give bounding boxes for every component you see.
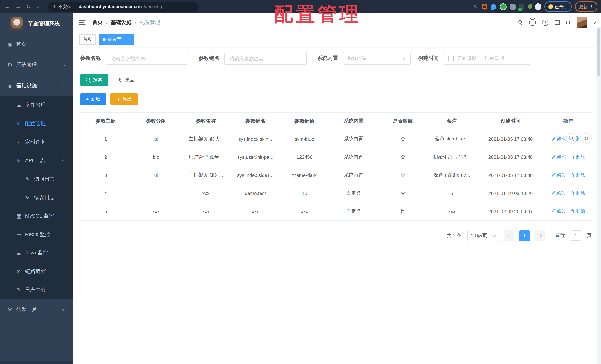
extensions-puzzle-icon[interactable] xyxy=(535,4,541,10)
sidebar-bottom-bar xyxy=(0,361,73,364)
extension-icon-green-circle[interactable] xyxy=(500,3,506,10)
sidebar-item-Java 监控[interactable]: ☕Java 监控 xyxy=(0,244,73,262)
forward-icon[interactable]: → xyxy=(14,2,22,11)
sidebar-item-MySQL 监控[interactable]: ▦MySQL 监控 xyxy=(0,207,73,225)
column-header-操作: 操作 xyxy=(545,112,591,130)
page-number-1[interactable]: 1 xyxy=(519,230,530,241)
user-avatar[interactable] xyxy=(577,17,587,29)
edit-link[interactable]: 修改 xyxy=(551,190,566,196)
reload-icon[interactable]: ↻ xyxy=(24,2,32,11)
paused-extension-pill[interactable]: 已暂停 xyxy=(544,1,572,12)
tag-配置管理[interactable]: 配置管理× xyxy=(99,34,134,44)
date-end-placeholder: 结束日期 xyxy=(485,55,504,62)
filter-date-range[interactable]: 开始日期 - 结束日期 xyxy=(443,52,531,65)
delete-link[interactable]: 删除 xyxy=(570,190,585,196)
filter-key-input-field[interactable] xyxy=(229,55,302,61)
address-bar[interactable]: ⚠ 不安全 | dashboard.yudao.iocoder.cn/infra… xyxy=(48,2,199,12)
search-button-label: 搜索 xyxy=(93,77,102,83)
github-icon[interactable] xyxy=(529,19,536,26)
search-button-row: 搜索 ↻ 重置 xyxy=(80,74,601,86)
edit-link-label: 修改 xyxy=(557,136,566,142)
sidebar-item-日志中心[interactable]: ✎日志中心 xyxy=(0,281,73,299)
date-start-placeholder: 开始日期 xyxy=(457,55,476,62)
edit-link[interactable]: 修改 xyxy=(551,208,566,215)
reset-button[interactable]: ↻ 重置 xyxy=(113,74,140,86)
help-icon[interactable]: ? xyxy=(542,19,548,26)
sidebar-item-文件管理[interactable]: ☁文件管理 xyxy=(0,96,73,114)
edit-link[interactable]: 修改 xyxy=(551,172,566,178)
sidebar-item-系统管理[interactable]: ⚙系统管理 xyxy=(0,55,73,75)
sidebar-item-错误日志[interactable]: ✎错误日志 xyxy=(0,188,73,207)
export-button[interactable]: ↧ 导出 xyxy=(110,93,138,105)
edit-link[interactable]: 修改 xyxy=(551,136,566,142)
dashboard-icon: ◉ xyxy=(7,41,16,48)
extension-icon-gray-grid[interactable] xyxy=(510,4,515,10)
goto-page-input[interactable]: 1 xyxy=(570,231,582,241)
add-button-label: 新增 xyxy=(91,96,100,102)
app-logo-row[interactable]: 芋道管理系统 xyxy=(0,13,73,34)
scrollbar-thumb[interactable] xyxy=(598,28,601,76)
edit-link[interactable]: 修改 xyxy=(551,154,566,160)
extension-icon-leaf[interactable] xyxy=(528,4,532,9)
sidebar-item-label: Java 监控 xyxy=(25,250,73,256)
fullscreen-icon[interactable] xyxy=(555,20,560,25)
breadcrumb-separator: / xyxy=(106,20,108,25)
search-icon[interactable] xyxy=(518,20,523,25)
sidebar-item-API 日志[interactable]: ✎API 日志 xyxy=(0,152,73,170)
reset-button-label: 重置 xyxy=(125,77,134,83)
table-tools: ↻ xyxy=(566,133,591,144)
filter-type-select[interactable]: 系统内置 xyxy=(343,52,411,65)
sidebar-item-label: 配置管理 xyxy=(25,121,73,127)
breadcrumb-item-基础设施[interactable]: 基础设施 xyxy=(111,19,131,26)
refresh-tool-button[interactable]: ↻ xyxy=(581,133,591,144)
delete-link[interactable]: 删除 xyxy=(570,208,585,215)
sidebar-item-Redis 监控[interactable]: ▤Redis 监控 xyxy=(0,225,73,244)
home-icon[interactable]: ⌂ xyxy=(35,2,43,11)
breadcrumb-item-配置管理: 配置管理 xyxy=(140,19,160,26)
hamburger-icon[interactable] xyxy=(79,20,86,25)
filter-name-input-field[interactable] xyxy=(110,55,183,61)
tag-首页[interactable]: 首页 xyxy=(80,34,96,44)
column-header-是否敏感: 是否敏感 xyxy=(378,112,427,130)
breadcrumb-item-首页[interactable]: 首页 xyxy=(92,19,103,26)
download-icon: ↧ xyxy=(117,96,120,102)
edit-link-label: 修改 xyxy=(557,208,566,215)
sidebar-item-首页[interactable]: ◉首页 xyxy=(0,34,73,55)
hide-search-tool-button[interactable] xyxy=(566,133,577,144)
sidebar-item-基础设施[interactable]: ▣基础设施 xyxy=(0,75,73,96)
sidebar-item-定时任务[interactable]: ◔定时任务 xyxy=(0,133,73,152)
sidebar-item-研发工具[interactable]: ⚒研发工具 xyxy=(0,299,73,320)
font-size-icon[interactable]: tT xyxy=(566,20,571,25)
extension-icon-proxy[interactable]: on xyxy=(519,4,524,10)
tool-refresh-icon: ↻ xyxy=(584,136,588,141)
sidebar-item-访问日志[interactable]: ✎访问日志 xyxy=(0,170,73,188)
search-button[interactable]: 搜索 xyxy=(80,74,108,86)
main-area: 首页/基础设施/配置管理 ? tT 首页配置管理× 参数名称 xyxy=(73,13,601,364)
delete-link[interactable]: 删除 xyxy=(570,172,585,178)
filter-key-input[interactable] xyxy=(224,52,307,65)
calendar-icon xyxy=(448,56,454,61)
back-icon[interactable]: ← xyxy=(4,2,12,11)
extension-icon-orange-ring[interactable] xyxy=(481,4,487,10)
page-size-select[interactable]: 10条/页 xyxy=(467,230,499,241)
sidebar-item-链路追踪[interactable]: ⊙链路追踪 xyxy=(0,262,73,281)
filter-name-input[interactable] xyxy=(106,52,188,65)
user-menu-caret-icon[interactable] xyxy=(593,21,596,24)
emoji-face-icon xyxy=(548,4,553,9)
bookmark-star-icon[interactable]: ☆ xyxy=(473,4,478,10)
next-page-button[interactable] xyxy=(535,230,545,241)
sidebar-item-配置管理[interactable]: ✎配置管理 xyxy=(0,114,73,133)
chrome-menu-dots-icon[interactable]: ⋮ xyxy=(589,4,593,9)
sidebar-item-label: 研发工具 xyxy=(16,306,63,313)
tag-close-icon[interactable]: × xyxy=(128,37,130,41)
pagination: 共 5 条 10条/页 1 前往 1 页 xyxy=(80,230,591,241)
cell-参数分组: 1 xyxy=(131,184,181,202)
chrome-update-button[interactable]: 更新 ⋮ xyxy=(575,1,598,12)
delete-link[interactable]: 删除 xyxy=(570,154,585,160)
add-button[interactable]: + 新增 xyxy=(80,93,106,105)
browser-scrollbar[interactable] xyxy=(597,27,601,364)
cell-参数键值: theme-dark xyxy=(280,166,329,184)
extension-icon-blue-pin[interactable] xyxy=(491,4,496,10)
next-icon xyxy=(539,234,542,237)
prev-page-button[interactable] xyxy=(504,230,514,241)
